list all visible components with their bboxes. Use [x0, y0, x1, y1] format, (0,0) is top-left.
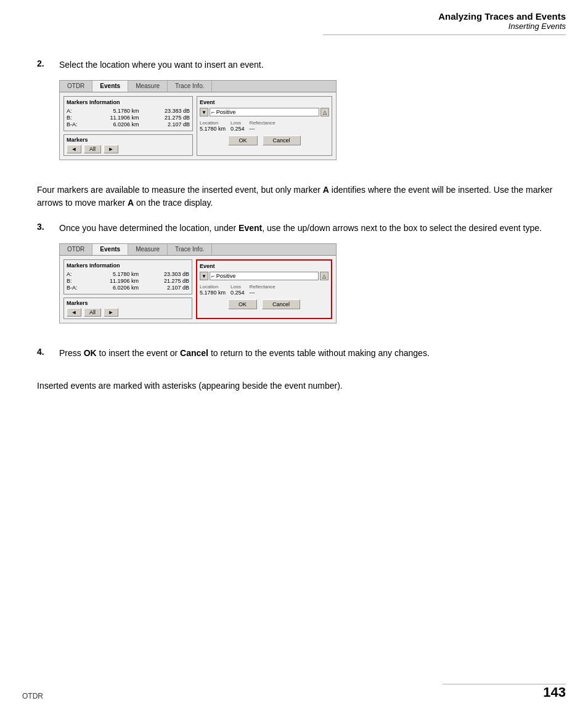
- step-4-content: Press OK to insert the event or Cancel t…: [59, 347, 566, 368]
- event-panel-1: Event ▼ ⌐ Positive △ Location 5.1780 km: [197, 96, 332, 156]
- tab-otdr-2[interactable]: OTDR: [60, 244, 92, 255]
- event-up-btn-1[interactable]: △: [321, 108, 329, 116]
- markers-buttons-2: Markers ◄ All ►: [63, 298, 192, 319]
- marker-row-ba-2: B-A: 6.0206 km 2.107 dB: [67, 285, 189, 291]
- markers-info-2: Markers Information A: 5.1780 km 23.303 …: [63, 259, 192, 294]
- step-3: 3. Once you have determined the location…: [37, 222, 566, 336]
- left-panel-1: Markers Information A: 5.1780 km 23.383 …: [63, 96, 193, 156]
- bold-a-1: A: [323, 185, 329, 195]
- marker-prev-btn-2[interactable]: ◄: [67, 308, 81, 317]
- step-3-content: Once you have determined the location, u…: [59, 222, 566, 336]
- event-action-row-2: OK Cancel: [200, 299, 329, 309]
- marker-row-a-1: A: 5.1780 km 23.383 dB: [67, 108, 190, 114]
- event-loss-col-2: Loss 0.254: [231, 284, 245, 296]
- screenshot-2: OTDR Events Measure Trace Info. Markers …: [59, 243, 337, 323]
- tab-bar-1: OTDR Events Measure Trace Info.: [60, 81, 336, 92]
- main-content: 2. Select the location where you want to…: [37, 59, 566, 405]
- event-reflectance-col-1: Reflectance ---: [250, 120, 276, 132]
- event-ok-btn-2[interactable]: OK: [228, 299, 257, 309]
- event-cancel-btn-1[interactable]: Cancel: [263, 136, 301, 145]
- screenshot-1: OTDR Events Measure Trace Info. Markers …: [59, 80, 337, 160]
- step-4: 4. Press OK to insert the event or Cance…: [37, 347, 566, 368]
- tab-events-2[interactable]: Events: [92, 244, 128, 255]
- tab-measure-2[interactable]: Measure: [128, 244, 168, 255]
- step-2-text: Select the location where you want to in…: [59, 59, 566, 71]
- step-2: 2. Select the location where you want to…: [37, 59, 566, 172]
- bold-a-2: A: [128, 198, 134, 208]
- marker-all-btn-1[interactable]: All: [84, 145, 101, 153]
- markers-btns-title-1: Markers: [67, 137, 190, 143]
- header-rule: [323, 34, 566, 35]
- event-action-row-1: OK Cancel: [200, 136, 329, 145]
- step-3-text: Once you have determined the location, u…: [59, 222, 566, 235]
- event-up-btn-2[interactable]: △: [320, 272, 329, 280]
- step-4-text: Press OK to insert the event or Cancel t…: [59, 347, 566, 360]
- left-panel-2: Markers Information A: 5.1780 km 23.303 …: [63, 259, 192, 319]
- marker-prev-btn-1[interactable]: ◄: [67, 145, 81, 153]
- marker-row-a-2: A: 5.1780 km 23.303 dB: [67, 271, 189, 277]
- markers-buttons-1: Markers ◄ All ►: [63, 134, 193, 156]
- header-title: Analyzing Traces and Events: [323, 11, 566, 22]
- marker-row-b-2: B: 11.1906 km 21.275 dB: [67, 278, 189, 284]
- event-dropdown-row-1: ▼ ⌐ Positive △: [200, 108, 329, 116]
- markers-btn-row-1: ◄ All ►: [67, 145, 190, 153]
- header-subtitle: Inserting Events: [323, 22, 566, 31]
- event-panel-title-2: Event: [200, 263, 329, 269]
- event-dropdown-btn-2[interactable]: ▼: [200, 272, 208, 280]
- tab-measure-1[interactable]: Measure: [128, 81, 168, 92]
- step-3-number: 3.: [37, 222, 59, 232]
- tab-bar-2: OTDR Events Measure Trace Info.: [60, 244, 336, 256]
- footer-page-number: 143: [543, 684, 566, 700]
- paragraph-markers: Four markers are available to measure th…: [37, 184, 566, 209]
- step-2-number: 2.: [37, 59, 59, 68]
- marker-all-btn-2[interactable]: All: [84, 308, 101, 317]
- step-4-number: 4.: [37, 347, 59, 357]
- event-ok-btn-1[interactable]: OK: [228, 136, 257, 145]
- marker-row-b-1: B: 11.1906 km 21.275 dB: [67, 115, 190, 121]
- marker-next-btn-2[interactable]: ►: [104, 308, 118, 317]
- event-cancel-btn-2[interactable]: Cancel: [262, 299, 300, 309]
- tab-traceinfo-2[interactable]: Trace Info.: [168, 244, 212, 255]
- event-dropdown-btn-1[interactable]: ▼: [200, 108, 208, 116]
- tab-traceinfo-1[interactable]: Trace Info.: [168, 81, 212, 92]
- event-panel-title-1: Event: [200, 99, 329, 105]
- tab-events-1[interactable]: Events: [92, 81, 128, 92]
- footer-left-label: OTDR: [22, 692, 43, 700]
- tab-otdr-1[interactable]: OTDR: [60, 81, 92, 92]
- event-info-row-1: Location 5.1780 km Loss 0.254 Reflectanc…: [200, 120, 329, 132]
- page-footer: OTDR 143: [0, 684, 588, 700]
- ui-inner-2: Markers Information A: 5.1780 km 23.303 …: [60, 256, 336, 323]
- step-2-content: Select the location where you want to in…: [59, 59, 566, 172]
- marker-next-btn-1[interactable]: ►: [104, 145, 118, 153]
- ui-inner-1: Markers Information A: 5.1780 km 23.383 …: [60, 92, 336, 160]
- markers-info-title-1: Markers Information: [67, 99, 190, 105]
- event-field-2[interactable]: ⌐ Positive: [210, 272, 319, 280]
- closing-para: Inserted events are marked with asterisk…: [37, 379, 566, 392]
- markers-info-title-2: Markers Information: [67, 262, 189, 269]
- event-field-1[interactable]: ⌐ Positive: [210, 108, 319, 116]
- event-loss-col-1: Loss 0.254: [231, 120, 245, 132]
- page-header: Analyzing Traces and Events Inserting Ev…: [323, 0, 588, 35]
- event-panel-2-highlighted: Event ▼ ⌐ Positive △ Location 5.1780 km: [196, 259, 332, 319]
- marker-row-ba-1: B-A: 6.0206 km 2.107 dB: [67, 121, 190, 128]
- markers-btns-title-2: Markers: [67, 300, 189, 306]
- event-info-row-2: Location 5.1780 km Loss 0.254 Reflectanc…: [200, 284, 329, 296]
- markers-info-1: Markers Information A: 5.1780 km 23.383 …: [63, 96, 193, 131]
- event-location-col-1: Location 5.1780 km: [200, 120, 226, 132]
- markers-btn-row-2: ◄ All ►: [67, 308, 189, 317]
- event-location-col-2: Location 5.1780 km: [200, 284, 226, 296]
- event-reflectance-col-2: Reflectance ---: [250, 284, 276, 296]
- event-dropdown-row-2: ▼ ⌐ Positive △: [200, 272, 329, 280]
